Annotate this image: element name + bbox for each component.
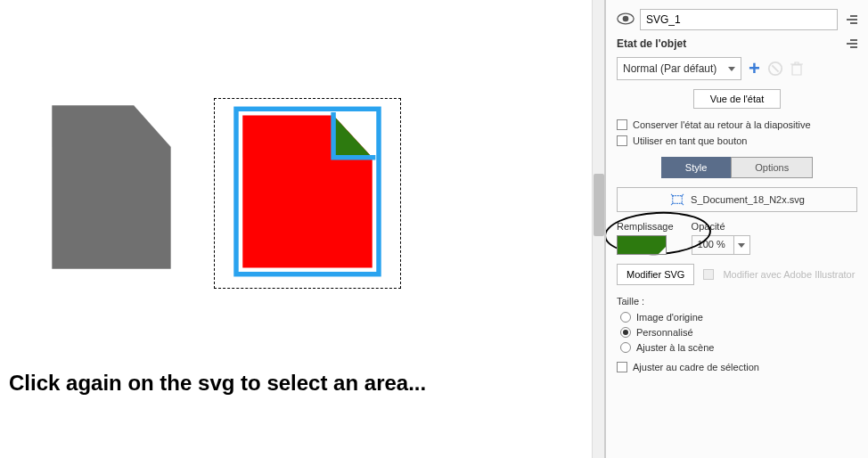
object-name-input[interactable] xyxy=(640,9,838,30)
fit-selection-checkbox[interactable] xyxy=(617,362,627,372)
use-as-button-label: Utiliser en tant que bouton xyxy=(633,135,747,146)
chevron-down-icon xyxy=(728,67,735,71)
state-selector-value: Normal (Par défaut) xyxy=(623,62,717,75)
state-selector[interactable]: Normal (Par défaut) xyxy=(617,57,741,80)
modify-svg-button[interactable]: Modifier SVG xyxy=(617,264,694,285)
tab-style[interactable]: Style xyxy=(661,157,731,178)
fit-selection-label: Ajuster au cadre de sélection xyxy=(633,362,759,372)
document-icon-gray[interactable] xyxy=(36,98,187,280)
visibility-icon[interactable] xyxy=(617,12,635,28)
properties-panel: Etat de l'objet Normal (Par défaut) + Vu… xyxy=(605,0,868,458)
state-menu-icon[interactable] xyxy=(843,39,857,48)
fill-label: Remplissage xyxy=(617,221,674,232)
use-as-button-checkbox[interactable] xyxy=(617,135,627,146)
svg-rect-8 xyxy=(673,196,683,204)
size-radio-fit[interactable] xyxy=(620,342,631,353)
view-state-button[interactable]: Vue de l'état xyxy=(693,89,781,109)
chevron-down-icon xyxy=(738,243,745,248)
document-icon-selected-container[interactable] xyxy=(214,98,401,289)
svg-marker-4 xyxy=(333,116,373,158)
keep-state-checkbox[interactable] xyxy=(617,119,627,130)
size-label: Taille : xyxy=(617,296,857,307)
size-radio-custom[interactable] xyxy=(620,327,631,338)
canvas-area: Click again on the svg to select an area… xyxy=(0,0,605,458)
object-menu-icon[interactable] xyxy=(843,15,857,24)
state-section-title: Etat de l'objet xyxy=(617,37,686,50)
opacity-dropdown-button[interactable] xyxy=(734,235,750,255)
modify-illustrator-checkbox xyxy=(703,269,714,280)
size-radio-original[interactable] xyxy=(620,312,631,323)
fill-color-picker[interactable] xyxy=(617,235,667,255)
keep-state-label: Conserver l'état au retour à la diaposit… xyxy=(633,119,811,130)
svg-point-6 xyxy=(623,15,629,21)
size-radio-custom-label: Personnalisé xyxy=(636,327,693,338)
canvas-instruction-text: Click again on the svg to select an area… xyxy=(9,371,426,396)
crop-icon xyxy=(669,193,685,206)
scrollbar-thumb[interactable] xyxy=(594,174,604,236)
size-radio-fit-label: Ajuster à la scène xyxy=(636,342,714,353)
opacity-label: Opacité xyxy=(692,221,750,232)
svg-filename-button[interactable]: S_Document_18_N2x.svg xyxy=(617,187,857,212)
tab-options[interactable]: Options xyxy=(731,157,813,178)
opacity-value[interactable]: 100 % xyxy=(692,235,734,255)
add-state-icon[interactable]: + xyxy=(749,57,760,80)
delete-state-icon xyxy=(790,61,803,76)
vertical-scrollbar[interactable] xyxy=(592,0,604,458)
svg-filename-text: S_Document_18_N2x.svg xyxy=(691,194,805,205)
reset-state-icon xyxy=(767,61,783,77)
size-radio-original-label: Image d'origine xyxy=(636,312,703,323)
modify-illustrator-label: Modifier avec Adobe Illustrator xyxy=(723,269,855,280)
